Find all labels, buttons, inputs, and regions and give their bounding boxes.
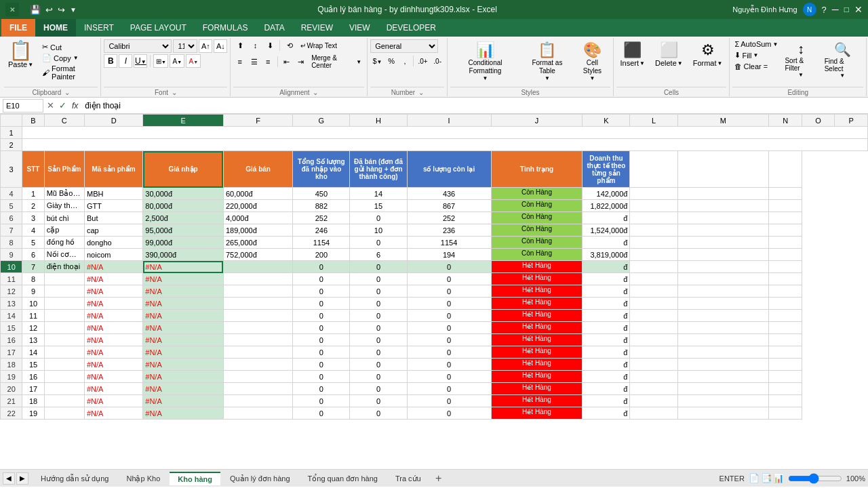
cell-ma-san-pham[interactable]: #N/A bbox=[85, 273, 143, 285]
cell-stt[interactable]: 15 bbox=[22, 359, 44, 371]
col-header-F[interactable]: F bbox=[223, 115, 292, 127]
cell-doanh-thu[interactable]: đ bbox=[583, 334, 630, 346]
help-btn[interactable]: ? bbox=[822, 5, 827, 15]
cell-da-ban[interactable]: 0 bbox=[350, 261, 407, 273]
cell-N[interactable] bbox=[769, 346, 802, 359]
cell-L[interactable] bbox=[630, 188, 677, 200]
header-stt[interactable]: STT bbox=[22, 151, 44, 188]
row-header-12[interactable]: 12 bbox=[1, 285, 22, 298]
redo-btn[interactable]: ↪ bbox=[56, 5, 66, 15]
tab-quan-ly-don[interactable]: Quản lý đơn hàng bbox=[222, 471, 298, 485]
cell-doanh-thu[interactable]: đ bbox=[583, 407, 630, 420]
cell-N[interactable] bbox=[769, 383, 802, 395]
number-format-select[interactable]: General bbox=[370, 39, 438, 53]
tab-tong-quan[interactable]: Tổng quan đơn hàng bbox=[300, 471, 386, 485]
cell-gia-ban[interactable] bbox=[223, 407, 292, 420]
cell-tong-so[interactable]: 252 bbox=[293, 212, 350, 224]
cell-ma-san-pham[interactable]: #N/A bbox=[85, 298, 143, 310]
cell-M[interactable] bbox=[677, 371, 769, 383]
cell-M[interactable] bbox=[677, 346, 769, 359]
cell-N[interactable] bbox=[769, 273, 802, 285]
cell-stt[interactable]: 3 bbox=[22, 212, 44, 224]
autosum-btn[interactable]: Σ AutoSum ▼ bbox=[732, 39, 780, 49]
cell-da-ban[interactable]: 0 bbox=[350, 395, 407, 407]
cell-stt[interactable]: 18 bbox=[22, 395, 44, 407]
cell-doanh-thu[interactable]: đ bbox=[583, 359, 630, 371]
cell-stt[interactable]: 4 bbox=[22, 224, 44, 237]
cell-M[interactable] bbox=[677, 237, 769, 249]
cell-ma-san-pham[interactable]: #N/A bbox=[85, 334, 143, 346]
cell-so-luong[interactable]: 0 bbox=[407, 383, 491, 395]
cell-gia-ban[interactable] bbox=[223, 346, 292, 359]
cell-M[interactable] bbox=[677, 261, 769, 273]
cell-gia-ban[interactable] bbox=[223, 322, 292, 334]
cell-san-pham[interactable] bbox=[44, 383, 84, 395]
delete-cells-btn[interactable]: ⬜ Delete ▼ bbox=[651, 39, 687, 69]
cell-M[interactable] bbox=[677, 334, 769, 346]
cell-N[interactable] bbox=[769, 407, 802, 420]
cell-so-luong[interactable]: 0 bbox=[407, 285, 491, 298]
cell-N[interactable] bbox=[769, 188, 802, 200]
cell-tong-so[interactable]: 0 bbox=[293, 310, 350, 322]
cell-doanh-thu[interactable]: đ bbox=[583, 273, 630, 285]
align-center-btn[interactable]: ☰ bbox=[248, 56, 260, 68]
cut-button[interactable]: ✂ Cut bbox=[39, 42, 98, 52]
row-header-13[interactable]: 13 bbox=[1, 298, 22, 310]
cell-so-luong[interactable]: 236 bbox=[407, 224, 491, 237]
increase-decimal-btn[interactable]: .0+ bbox=[416, 55, 430, 67]
undo-btn[interactable]: ↩ bbox=[44, 5, 54, 15]
cell-so-luong[interactable]: 0 bbox=[407, 261, 491, 273]
cell-ma-san-pham[interactable]: #N/A bbox=[85, 371, 143, 383]
cell-stt[interactable]: 13 bbox=[22, 334, 44, 346]
review-menu-btn[interactable]: REVIEW bbox=[293, 19, 341, 37]
cell-da-ban[interactable]: 10 bbox=[350, 224, 407, 237]
cell-N[interactable] bbox=[769, 359, 802, 371]
cell-doanh-thu[interactable]: 142,000đ bbox=[583, 188, 630, 200]
cell-N[interactable] bbox=[769, 298, 802, 310]
col-header-N[interactable]: N bbox=[769, 115, 802, 127]
cell-M[interactable] bbox=[677, 200, 769, 212]
cell-stt[interactable]: 19 bbox=[22, 407, 44, 420]
cell-tong-so[interactable]: 0 bbox=[293, 359, 350, 371]
cell-so-luong[interactable]: 0 bbox=[407, 407, 491, 420]
cell-tinh-trang[interactable]: Hết Hàng bbox=[491, 273, 583, 285]
cell-gia-nhap[interactable]: #N/A bbox=[143, 298, 224, 310]
increase-font-btn[interactable]: A↑ bbox=[199, 39, 212, 53]
cell-doanh-thu[interactable]: đ bbox=[583, 310, 630, 322]
cell-L[interactable] bbox=[630, 273, 677, 285]
cell-gia-nhap[interactable]: #N/A bbox=[143, 395, 224, 407]
cell-san-pham[interactable] bbox=[44, 407, 84, 420]
cell-stt[interactable]: 12 bbox=[22, 322, 44, 334]
cell-M[interactable] bbox=[677, 285, 769, 298]
cell-stt[interactable]: 11 bbox=[22, 310, 44, 322]
cell-da-ban[interactable]: 0 bbox=[350, 371, 407, 383]
cell-L[interactable] bbox=[630, 383, 677, 395]
cell-M[interactable] bbox=[677, 407, 769, 420]
insert-menu-btn[interactable]: INSERT bbox=[76, 19, 122, 37]
col-header-D[interactable]: D bbox=[85, 115, 143, 127]
cell-doanh-thu[interactable]: đ bbox=[583, 237, 630, 249]
add-sheet-btn[interactable]: + bbox=[431, 472, 447, 485]
wrap-text-btn[interactable]: ↵ Wrap Text bbox=[298, 41, 340, 51]
cell-da-ban[interactable]: 14 bbox=[350, 188, 407, 200]
row-header-10[interactable]: 10 bbox=[1, 261, 22, 273]
data-menu-btn[interactable]: DATA bbox=[256, 19, 292, 37]
cell-da-ban[interactable]: 0 bbox=[350, 383, 407, 395]
cell-tinh-trang[interactable]: Hết Hàng bbox=[491, 359, 583, 371]
cell-da-ban[interactable]: 0 bbox=[350, 298, 407, 310]
cell-tinh-trang[interactable]: Hết Hàng bbox=[491, 371, 583, 383]
cell-so-luong[interactable]: 0 bbox=[407, 322, 491, 334]
cell-L[interactable] bbox=[630, 212, 677, 224]
cell-gia-ban[interactable] bbox=[223, 273, 292, 285]
cell-stt[interactable]: 14 bbox=[22, 346, 44, 359]
cell-so-luong[interactable]: 0 bbox=[407, 371, 491, 383]
cell-gia-ban[interactable] bbox=[223, 334, 292, 346]
cell-tinh-trang[interactable]: Còn Hàng bbox=[491, 224, 583, 237]
cell-L[interactable] bbox=[630, 395, 677, 407]
cell-san-pham[interactable] bbox=[44, 310, 84, 322]
cell-tinh-trang[interactable]: Hết Hàng bbox=[491, 395, 583, 407]
tab-scroll-right-btn[interactable]: ▶ bbox=[16, 472, 28, 485]
cell-N[interactable] bbox=[769, 334, 802, 346]
cell-stt[interactable]: 6 bbox=[22, 249, 44, 261]
cell-doanh-thu[interactable]: đ bbox=[583, 383, 630, 395]
